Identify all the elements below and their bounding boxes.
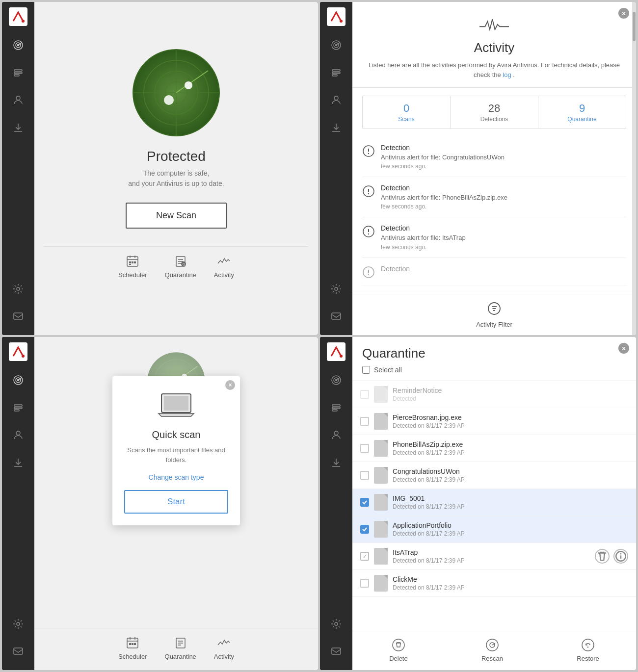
sidebar-icon-user-2[interactable] xyxy=(325,89,347,111)
nav-activity[interactable]: Activity xyxy=(214,255,234,279)
nav-scheduler[interactable]: Scheduler xyxy=(118,255,147,279)
quarantine-close-btn[interactable]: × xyxy=(618,343,629,354)
sidebar-icon-profile[interactable] xyxy=(7,62,29,83)
stat-detections[interactable]: 28 Detections xyxy=(451,96,538,129)
q-checkbox-clickme[interactable] xyxy=(360,579,369,588)
main-protected: Protected The computer is safe, and your… xyxy=(34,2,318,335)
svg-point-49 xyxy=(368,153,369,154)
q-date-pierce: Detected on 8/1/17 2:39 AP xyxy=(393,422,628,429)
sidebar-icon-settings[interactable] xyxy=(7,278,29,300)
stat-quarantine-label: Quarantine xyxy=(544,116,620,123)
stat-detections-label: Detections xyxy=(456,116,532,123)
svg-rect-43 xyxy=(332,75,337,76)
nav-scheduler-3[interactable]: Scheduler xyxy=(118,636,147,660)
sidebar-bottom-2 xyxy=(325,275,347,335)
stat-detections-number: 28 xyxy=(456,102,532,115)
quick-scan-desc: Scans the most important files and folde… xyxy=(124,445,228,465)
sidebar-icon-profile-3[interactable] xyxy=(7,397,29,418)
start-scan-button[interactable]: Start xyxy=(124,490,228,514)
sidebar-icon-download-2[interactable] xyxy=(325,117,347,138)
nav-quarantine-3[interactable]: Quarantine xyxy=(165,636,196,660)
sidebar-icon-user-4[interactable] xyxy=(325,424,347,446)
svg-rect-89 xyxy=(132,643,133,645)
sidebar-icon-radar-3[interactable] xyxy=(7,369,29,391)
q-delete-itstrap[interactable] xyxy=(595,549,610,564)
activity-item-1: Detection Antivirus alert for file: Phon… xyxy=(362,177,626,217)
activity-filter-label: Activity Filter xyxy=(476,321,512,328)
sidebar-icon-profile-2[interactable] xyxy=(325,62,347,83)
q-name-congrats: CongratulationsUWon xyxy=(393,467,628,475)
svg-point-110 xyxy=(393,639,404,651)
sidebar-icon-message[interactable] xyxy=(7,306,29,327)
svg-point-109 xyxy=(620,553,622,555)
activity-item-2-title: Detection xyxy=(381,224,626,232)
activity-filter-footer[interactable]: Activity Filter xyxy=(352,294,636,335)
activity-title: Activity xyxy=(362,40,626,55)
q-checkbox-pierce[interactable] xyxy=(360,417,369,426)
svg-rect-28 xyxy=(129,264,131,265)
q-item-phonebill: PhoneBillAsZip.zip.exe Detected on 8/1/1… xyxy=(352,435,636,462)
sidebar-bottom-4 xyxy=(325,610,347,670)
svg-rect-25 xyxy=(129,261,131,263)
sidebar-icon-user[interactable] xyxy=(7,89,29,111)
activity-scrollbar[interactable] xyxy=(632,2,636,335)
q-checkbox-congrats[interactable] xyxy=(360,471,369,480)
svg-rect-69 xyxy=(14,405,22,406)
nav-activity-3[interactable]: Activity xyxy=(214,636,234,660)
svg-point-64 xyxy=(22,355,25,358)
nav-quarantine[interactable]: Q Quarantine xyxy=(165,255,196,279)
sidebar-icon-settings-3[interactable] xyxy=(7,613,29,635)
sidebar-icon-download-4[interactable] xyxy=(325,452,347,473)
sidebar-icon-message-3[interactable] xyxy=(7,641,29,662)
q-checkbox-appport[interactable] xyxy=(360,525,369,534)
activity-list: Detection Antivirus alert for file: Cong… xyxy=(352,137,636,294)
stat-scans[interactable]: 0 Scans xyxy=(363,96,451,129)
sidebar-icon-settings-2[interactable] xyxy=(325,278,347,300)
qbar-rescan-label: Rescan xyxy=(481,655,503,662)
stat-quarantine-number: 9 xyxy=(544,102,620,115)
svg-text:Q: Q xyxy=(183,262,186,266)
q-item-itstrap: ✓ ItsATrap Detected on 8/1/17 2:39 AP xyxy=(352,543,636,570)
activity-header: Activity Listed here are all the activit… xyxy=(352,2,636,88)
sidebar-icon-radar[interactable] xyxy=(7,34,29,56)
sidebar-4 xyxy=(320,337,352,670)
sidebar-icon-radar-4[interactable] xyxy=(325,369,347,391)
svg-point-96 xyxy=(340,355,343,358)
change-scan-type-link[interactable]: Change scan type xyxy=(124,473,228,481)
sidebar-icon-download[interactable] xyxy=(7,117,29,138)
q-name-pierce: PierceBrosnan.jpg.exe xyxy=(393,414,628,421)
nav-quarantine-3-label: Quarantine xyxy=(165,653,196,660)
svg-rect-106 xyxy=(332,648,341,654)
stat-quarantine[interactable]: 9 Quarantine xyxy=(538,96,626,129)
q-checkbox-img5001[interactable] xyxy=(360,498,369,507)
qbar-rescan[interactable]: Rescan xyxy=(481,638,503,662)
stat-scans-number: 0 xyxy=(369,102,444,115)
sidebar-icon-user-3[interactable] xyxy=(7,424,29,446)
select-all-checkbox[interactable] xyxy=(362,366,370,374)
q-checkbox-reminder[interactable] xyxy=(360,390,369,399)
q-info-itstrap[interactable] xyxy=(613,549,628,564)
quarantine-list: ReminderNotice Detected PierceBrosnan.jp… xyxy=(352,381,636,631)
sidebar-bottom-1 xyxy=(7,275,29,335)
svg-rect-26 xyxy=(132,261,133,263)
new-scan-button[interactable]: New Scan xyxy=(126,203,227,229)
sidebar-icon-message-4[interactable] xyxy=(325,641,347,662)
svg-rect-8 xyxy=(14,75,19,76)
q-checkbox-itstrap[interactable]: ✓ xyxy=(360,552,369,561)
svg-point-20 xyxy=(164,95,174,105)
sidebar-icon-profile-4[interactable] xyxy=(325,397,347,418)
sidebar-icon-download-3[interactable] xyxy=(7,452,29,473)
sidebar-2 xyxy=(320,2,352,335)
sidebar-icon-message-2[interactable] xyxy=(325,306,347,327)
qbar-delete[interactable]: Delete xyxy=(389,638,408,662)
activity-log-link[interactable]: log xyxy=(503,71,511,78)
q-checkbox-phonebill[interactable] xyxy=(360,444,369,453)
q-file-icon-phonebill xyxy=(374,440,388,457)
qbar-restore[interactable]: Restore xyxy=(577,638,599,662)
protected-title: Protected xyxy=(147,149,206,164)
quick-scan-close-btn[interactable]: × xyxy=(225,380,235,390)
sidebar-icon-radar-2[interactable] xyxy=(325,34,347,56)
sidebar-icon-settings-4[interactable] xyxy=(325,613,347,635)
activity-close-btn[interactable]: × xyxy=(618,8,629,19)
q-date-appport: Detected on 8/1/17 2:39 AP xyxy=(393,530,628,537)
